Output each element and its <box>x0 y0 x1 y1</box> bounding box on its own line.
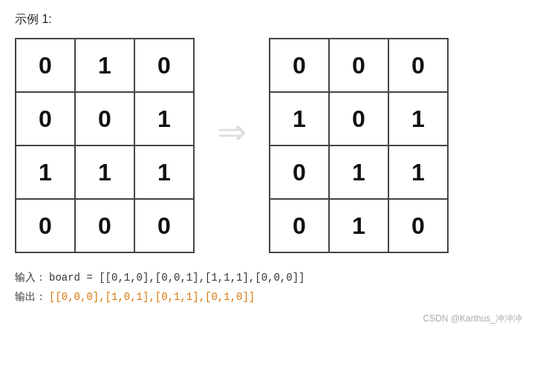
page-content: 示例 1: 010001111000 ⇒ 000101011010 输入： bo… <box>15 12 522 307</box>
input-cell-0-0: 0 <box>16 39 76 93</box>
output-cell-1-0: 1 <box>270 93 330 146</box>
input-cell-2-2: 1 <box>135 146 195 200</box>
input-cell-3-1: 0 <box>76 200 135 253</box>
output-cell-0-1: 0 <box>330 39 389 93</box>
input-value: board = [[0,1,0],[0,0,1],[1,1,1],[0,0,0]… <box>49 269 305 287</box>
output-cell-1-2: 1 <box>389 93 449 146</box>
input-cell-3-2: 0 <box>135 200 195 253</box>
output-cell-0-0: 0 <box>270 39 330 93</box>
output-cell-2-0: 0 <box>270 146 330 200</box>
output-cell-2-2: 1 <box>389 146 449 200</box>
output-grid: 000101011010 <box>269 38 449 253</box>
example-label: 示例 1: <box>15 12 522 27</box>
output-label: 输出： <box>15 287 46 306</box>
output-cell-3-1: 1 <box>330 200 389 253</box>
arrow-icon: ⇒ <box>217 114 247 150</box>
input-cell-2-1: 1 <box>76 146 135 200</box>
input-grid: 010001111000 <box>15 38 195 253</box>
output-cell-1-1: 0 <box>330 93 389 146</box>
output-cell-2-1: 1 <box>330 146 389 200</box>
output-cell-0-2: 0 <box>389 39 449 93</box>
input-cell-1-0: 0 <box>16 93 76 146</box>
arrow-container: ⇒ <box>217 114 247 150</box>
input-cell-3-0: 0 <box>16 200 76 253</box>
watermark: CSDN @Karthus_冲冲冲 <box>423 313 522 325</box>
output-line: 输出： [[0,0,0],[1,0,1],[0,1,1],[0,1,0]] <box>15 287 522 307</box>
input-cell-1-2: 1 <box>135 93 195 146</box>
output-value: [[0,0,0],[1,0,1],[0,1,1],[0,1,0]] <box>49 288 255 307</box>
input-cell-0-2: 0 <box>135 39 195 93</box>
bottom-text: 输入： board = [[0,1,0],[0,0,1],[1,1,1],[0,… <box>15 268 522 307</box>
input-label: 输入： <box>15 268 46 287</box>
output-cell-3-2: 0 <box>389 200 449 253</box>
input-line: 输入： board = [[0,1,0],[0,0,1],[1,1,1],[0,… <box>15 268 522 287</box>
output-cell-3-0: 0 <box>270 200 330 253</box>
diagram-area: 010001111000 ⇒ 000101011010 <box>15 38 522 253</box>
input-cell-2-0: 1 <box>16 146 76 200</box>
input-cell-0-1: 1 <box>76 39 135 93</box>
input-cell-1-1: 0 <box>76 93 135 146</box>
